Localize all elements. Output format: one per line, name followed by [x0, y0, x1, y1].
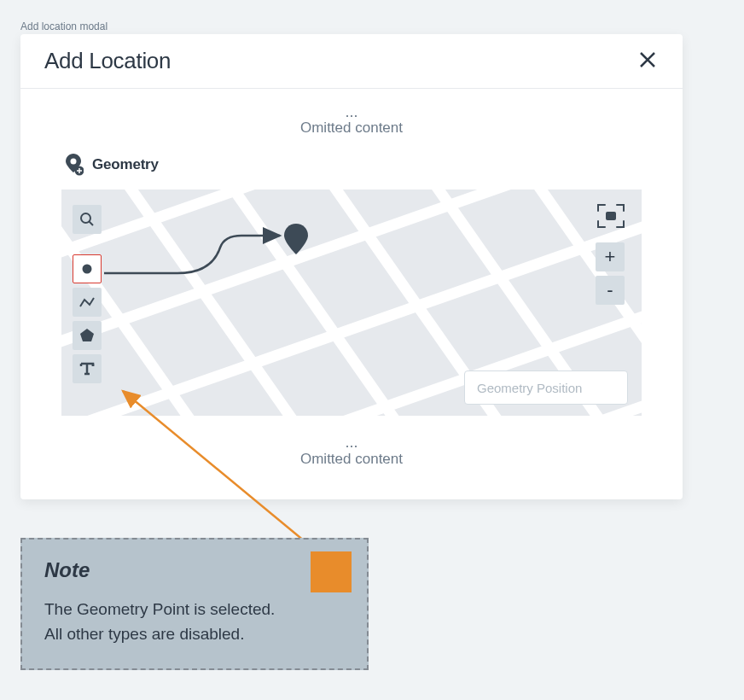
- note-text: The Geometry Point is selected. All othe…: [44, 598, 345, 646]
- omitted-bottom: ... Omitted content: [61, 436, 642, 469]
- line-tool-button[interactable]: [73, 288, 102, 317]
- recenter-icon: [596, 202, 626, 230]
- polygon-tool-button[interactable]: [73, 321, 102, 350]
- omitted-dots-bottom: ...: [61, 436, 642, 448]
- svg-point-14: [81, 213, 90, 223]
- plus-icon: +: [605, 246, 616, 268]
- location-add-icon: [65, 154, 84, 176]
- text-icon: [78, 360, 96, 377]
- minus-icon: -: [607, 279, 613, 301]
- search-icon: [79, 212, 95, 227]
- modal-header: Add Location: [20, 34, 683, 89]
- omitted-text-bottom: Omitted content: [61, 449, 642, 470]
- close-icon: [638, 50, 657, 69]
- section-title: Geometry: [92, 156, 159, 173]
- add-location-modal: Add Location ... Omitted content Geometr…: [20, 34, 683, 499]
- note-marker-icon: [311, 551, 352, 592]
- close-button[interactable]: [636, 49, 659, 74]
- note-title: Note: [44, 558, 345, 582]
- modal-body: ... Omitted content Geometry: [20, 89, 683, 499]
- svg-rect-17: [606, 212, 616, 220]
- map[interactable]: + - Geometry Position: [61, 190, 642, 416]
- point-tool-button[interactable]: [73, 254, 102, 283]
- search-button[interactable]: [73, 205, 102, 234]
- svg-line-15: [90, 222, 94, 226]
- recenter-button[interactable]: [595, 201, 627, 230]
- svg-point-0: [71, 159, 77, 165]
- map-pin-icon: [284, 224, 308, 254]
- svg-point-16: [83, 265, 92, 274]
- omitted-text: Omitted content: [61, 118, 642, 138]
- polygon-icon: [78, 327, 96, 344]
- zoom-in-button[interactable]: +: [596, 242, 625, 271]
- zoom-out-button[interactable]: -: [596, 276, 625, 305]
- point-icon: [81, 263, 93, 275]
- omitted-top: ... Omitted content: [61, 106, 642, 138]
- omitted-dots: ...: [61, 106, 642, 118]
- geometry-section-header: Geometry: [65, 154, 642, 176]
- modal-caption: Add location modal: [20, 20, 108, 32]
- line-icon: [78, 294, 96, 311]
- geometry-position-placeholder: Geometry Position: [477, 381, 582, 395]
- geometry-position-input[interactable]: Geometry Position: [464, 370, 628, 405]
- modal-title: Add Location: [44, 48, 171, 74]
- text-tool-button[interactable]: [73, 354, 102, 383]
- note-annotation: Note The Geometry Point is selected. All…: [20, 538, 369, 670]
